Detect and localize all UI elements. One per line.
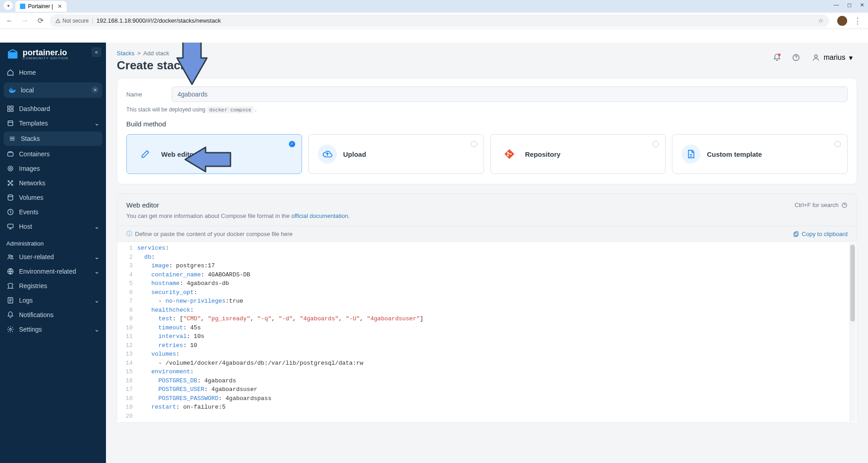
close-env-icon[interactable]: ✕ [91, 86, 99, 93]
sidebar-item-label: Containers [19, 150, 50, 158]
svg-rect-4 [10, 88, 11, 89]
file-icon [681, 145, 700, 164]
browser-menu-icon[interactable]: ⋮ [854, 16, 862, 26]
sidebar-item-home[interactable]: Home [0, 65, 106, 80]
images-icon [6, 165, 14, 172]
minimize-button[interactable]: ― [834, 2, 839, 8]
line-gutter: 1234567891011121314151617181920 [117, 242, 137, 422]
bookmark-icon[interactable]: ☆ [818, 17, 824, 24]
svg-rect-0 [8, 52, 18, 58]
sidebar-item-stacks[interactable]: Stacks [4, 131, 102, 146]
env-icon [6, 268, 14, 275]
svg-rect-2 [10, 89, 11, 90]
radio-indicator [289, 141, 295, 147]
scrollbar-thumb[interactable] [850, 245, 855, 322]
reload-button[interactable]: ⟳ [34, 15, 46, 27]
build-method-title: Build method [117, 120, 857, 134]
close-tab-icon[interactable]: ✕ [58, 3, 62, 10]
back-button[interactable]: ← [4, 15, 15, 27]
svg-rect-3 [12, 89, 13, 90]
build-method-web-editor[interactable]: Web editor [126, 134, 302, 174]
docs-link[interactable]: official documentation [291, 212, 348, 219]
copy-to-clipboard-button[interactable]: Copy to clipboard [793, 231, 848, 237]
code-content[interactable]: services: db: image: postgres:17 contain… [137, 242, 857, 422]
sidebar-item-events[interactable]: Events [0, 205, 106, 219]
sidebar-section-header: Administration [0, 234, 106, 250]
svg-rect-19 [8, 224, 13, 228]
sidebar-item-volumes[interactable]: Volumes [0, 190, 106, 205]
stack-name-input[interactable] [172, 87, 848, 102]
sidebar-environment-chip[interactable]: local ✕ [4, 82, 102, 98]
build-method-custom-template[interactable]: Custom template [672, 134, 848, 174]
browser-toolbar: ← → ⟳ Not secure 192.168.1.18:9000/#!/2/… [0, 13, 868, 29]
sidebar-item-label: Registries [19, 282, 47, 289]
sidebar-admin-item-environment-related[interactable]: Environment-related⌄ [0, 264, 106, 279]
sidebar-admin-item-notifications[interactable]: Notifications [0, 308, 106, 322]
volumes-icon [6, 194, 14, 201]
brand-logo-icon [6, 48, 19, 61]
sidebar-collapse-button[interactable]: « [91, 47, 101, 57]
refresh-icon[interactable] [191, 62, 199, 70]
help-button[interactable] [788, 50, 804, 65]
method-label: Upload [343, 150, 366, 158]
sidebar-item-host[interactable]: Host⌄ [0, 219, 106, 234]
security-indicator[interactable]: Not secure [55, 18, 93, 24]
sidebar-item-containers[interactable]: Containers [0, 147, 106, 161]
url-text: 192.168.1.18:9000/#!/2/docker/stacks/new… [96, 17, 221, 24]
build-method-upload[interactable]: Upload [308, 134, 484, 174]
bookmarks-bar-spacer [0, 29, 868, 43]
svg-point-11 [10, 168, 11, 169]
chevron-down-icon: ⌄ [94, 120, 100, 127]
edit-icon [136, 145, 155, 164]
chevron-down-icon: ⌄ [94, 253, 100, 260]
user-menu[interactable]: marius ▾ [807, 52, 857, 64]
editor-subtext: You can get more information about Compo… [117, 212, 857, 226]
page-title: Create stack [117, 58, 187, 72]
radio-indicator [471, 141, 477, 147]
svg-point-12 [8, 166, 13, 171]
sidebar-admin-item-registries[interactable]: Registries [0, 279, 106, 293]
sidebar-item-label: Host [19, 223, 32, 230]
breadcrumb-stacks-link[interactable]: Stacks [117, 50, 134, 57]
sidebar-item-networks[interactable]: Networks [0, 176, 106, 190]
maximize-button[interactable]: ◻ [847, 2, 852, 8]
sidebar-item-images[interactable]: Images [0, 161, 106, 176]
users-icon [6, 253, 14, 260]
code-editor[interactable]: 1234567891011121314151617181920 services… [117, 242, 857, 422]
editor-search-hint: Ctrl+F for search [795, 202, 848, 208]
method-label: Web editor [161, 150, 196, 158]
editor-title: Web editor [126, 201, 159, 209]
build-method-repository[interactable]: Repository [490, 134, 666, 174]
svg-rect-1 [9, 89, 10, 90]
web-editor-panel: Web editor Ctrl+F for search You can get… [117, 193, 857, 423]
main-content: Stacks > Add stack Create stack [106, 43, 868, 463]
chevron-down-icon: ▾ [849, 53, 853, 62]
sidebar-item-dashboard[interactable]: Dashboard [0, 101, 106, 116]
profile-avatar[interactable] [837, 16, 847, 26]
browser-tab[interactable]: Portainer | ✕ [15, 1, 67, 12]
git-icon [500, 145, 519, 164]
sidebar-item-label: Home [19, 69, 36, 76]
networks-icon [6, 179, 14, 187]
upload-icon [318, 145, 337, 164]
registries-icon [6, 282, 14, 289]
sidebar-admin-item-settings[interactable]: Settings⌄ [0, 322, 106, 337]
events-icon [6, 208, 14, 216]
close-window-button[interactable]: ✕ [860, 2, 864, 8]
editor-scrollbar[interactable] [849, 243, 856, 421]
clipboard-icon [793, 231, 799, 237]
address-bar[interactable]: Not secure 192.168.1.18:9000/#!/2/docker… [50, 14, 829, 27]
radio-indicator [652, 141, 659, 147]
chevron-down-icon: ⌄ [94, 326, 100, 333]
forward-button[interactable]: → [19, 15, 31, 27]
sidebar-admin-item-logs[interactable]: Logs⌄ [0, 293, 106, 308]
breadcrumb: Stacks > Add stack [117, 50, 199, 57]
tabs-dropdown-button[interactable]: ▾ [4, 1, 13, 10]
sidebar-admin-item-user-related[interactable]: User-related⌄ [0, 250, 106, 264]
favicon-icon [20, 4, 25, 9]
svg-rect-5 [8, 106, 10, 108]
notifications-button[interactable] [769, 50, 785, 65]
sidebar-item-templates[interactable]: Templates⌄ [0, 116, 106, 130]
sidebar-item-label: Notifications [19, 311, 53, 318]
svg-rect-8 [11, 109, 13, 111]
